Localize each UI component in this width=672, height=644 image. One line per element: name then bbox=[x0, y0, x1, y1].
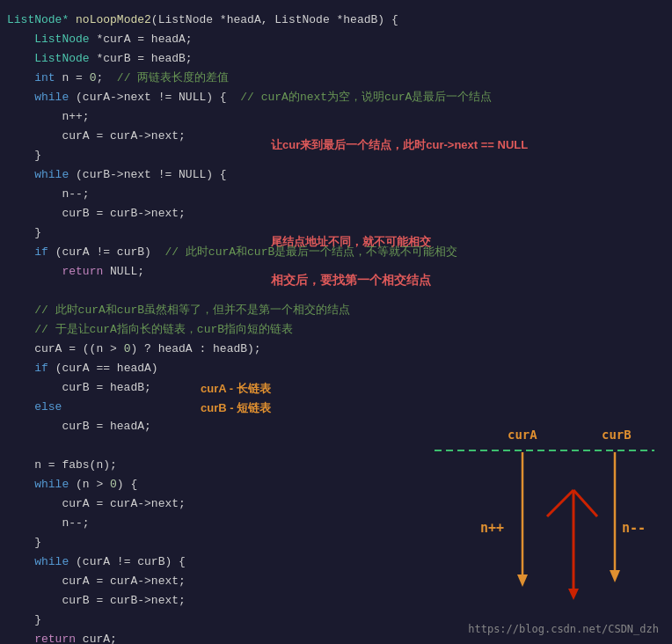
svg-text:curB: curB bbox=[602, 428, 632, 442]
code-line-1: ListNode* noLoopMode2(ListNode *headA, L… bbox=[7, 11, 672, 30]
svg-text:n--: n-- bbox=[622, 520, 646, 536]
svg-line-8 bbox=[573, 490, 597, 516]
svg-line-7 bbox=[547, 490, 573, 516]
svg-text:curA: curA bbox=[508, 428, 537, 442]
code-line-16: // 此时curA和curB虽然相等了，但并不是第一个相交的结点 bbox=[7, 301, 672, 320]
svg-marker-10 bbox=[568, 589, 579, 600]
code-line-18: curA = ((n > 0) ? headA : headB); bbox=[7, 340, 672, 359]
code-line-13: if (curA != curB) // 此时curA和curB是最后一个结点，… bbox=[7, 243, 672, 262]
code-line-19: if (curA == headA) bbox=[7, 359, 672, 378]
code-line-15 bbox=[7, 282, 672, 301]
code-line-9: while (curB->next != NULL) { bbox=[7, 165, 672, 185]
code-line-8: } bbox=[7, 146, 672, 165]
code-line-5: while (curA->next != NULL) { // curA的nex… bbox=[7, 88, 672, 107]
annotation-curA-long: curA - 长链表 bbox=[201, 381, 271, 397]
code-line-3: ListNode *curB = headB; bbox=[7, 49, 672, 69]
code-container: ListNode* noLoopMode2(ListNode *headA, L… bbox=[0, 0, 672, 644]
code-line-10: n--; bbox=[7, 185, 672, 204]
diagram-svg: curA curB n++ n-- bbox=[426, 402, 663, 609]
svg-marker-4 bbox=[517, 574, 528, 587]
code-line-4: int n = 0; // 两链表长度的差值 bbox=[7, 69, 672, 88]
code-line-2: ListNode *curA = headA; bbox=[7, 30, 672, 49]
code-line-17: // 于是让curA指向长的链表，curB指向短的链表 bbox=[7, 320, 672, 340]
code-line-11: curB = curB->next; bbox=[7, 204, 672, 223]
svg-marker-6 bbox=[610, 570, 620, 582]
svg-text:n++: n++ bbox=[480, 520, 504, 536]
code-line-6: n++; bbox=[7, 107, 672, 127]
code-line-20: curB = headB; bbox=[7, 378, 672, 398]
url-text: https://blog.csdn.net/CSDN_dzh bbox=[468, 623, 659, 635]
